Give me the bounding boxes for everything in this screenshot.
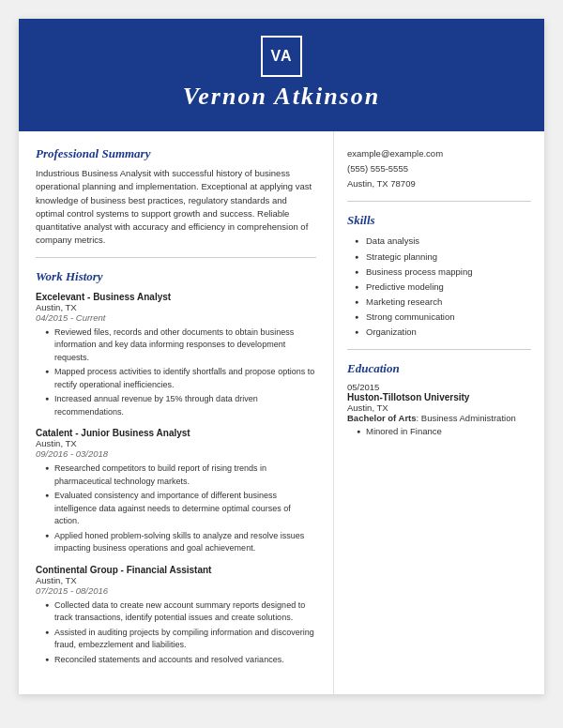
contact-phone: (555) 555-5555 bbox=[347, 161, 531, 176]
list-item: Strong communication bbox=[355, 310, 531, 325]
list-item: Mapped process activities to identify sh… bbox=[45, 366, 316, 391]
job-bullets-0: Reviewed files, records and other docume… bbox=[36, 326, 316, 419]
job-entry-0: Excelevant - Business Analyst Austin, TX… bbox=[36, 292, 316, 419]
job-bullets-1: Researched competitors to build report o… bbox=[36, 463, 316, 555]
job-bullets-2: Collected data to create new account sum… bbox=[36, 599, 316, 667]
job-entry-1: Catalent - Junior Business Analyst Austi… bbox=[36, 428, 316, 555]
summary-text: Industrious Business Analysit with succe… bbox=[36, 167, 316, 248]
education-title: Education bbox=[347, 361, 531, 376]
edu-degree-field: Business Administration bbox=[421, 413, 516, 423]
resume-header: VA Vernon Atkinson bbox=[19, 19, 544, 131]
professional-summary-title: Professional Summary bbox=[36, 146, 316, 161]
work-history-section: Work History Excelevant - Business Analy… bbox=[36, 269, 316, 667]
list-item: Business process mapping bbox=[355, 265, 531, 280]
list-item: Minored in Finance bbox=[357, 426, 531, 436]
list-item: Strategic planning bbox=[355, 250, 531, 265]
contact-email: example@example.com bbox=[347, 146, 531, 161]
job-dates-1: 09/2016 - 03/2018 bbox=[36, 448, 316, 459]
resume-name: Vernon Atkinson bbox=[38, 83, 525, 111]
edu-date: 05/2015 bbox=[347, 382, 531, 392]
edu-degree: Bachelor of Arts: Business Administratio… bbox=[347, 413, 531, 423]
contact-info-section: example@example.com (555) 555-5555 Austi… bbox=[347, 146, 531, 191]
education-entry-0: 05/2015 Huston-Tillotson University Aust… bbox=[347, 382, 531, 436]
education-section: Education 05/2015 Huston-Tillotson Unive… bbox=[347, 361, 531, 436]
list-item: Reconciled statements and accounts and r… bbox=[45, 654, 316, 667]
job-title-0: Excelevant - Business Analyst bbox=[36, 292, 316, 302]
list-item: Reviewed files, records and other docume… bbox=[45, 326, 316, 365]
job-title-1: Catalent - Junior Business Analyst bbox=[36, 428, 316, 438]
job-dates-0: 04/2015 - Current bbox=[36, 312, 316, 323]
resume-document: VA Vernon Atkinson Professional Summary … bbox=[19, 19, 544, 694]
list-item: Predictive modeling bbox=[355, 280, 531, 295]
skills-list: Data analysis Strategic planning Busines… bbox=[347, 234, 531, 340]
right-column: example@example.com (555) 555-5555 Austi… bbox=[334, 131, 544, 694]
edu-location: Austin, TX bbox=[347, 402, 531, 413]
edu-degree-label: Bachelor of Arts bbox=[347, 413, 417, 423]
list-item: Marketing research bbox=[355, 295, 531, 310]
list-item: Collected data to create new account sum… bbox=[45, 599, 316, 625]
work-history-title: Work History bbox=[36, 269, 316, 284]
job-title-2: Continental Group - Financial Assistant bbox=[36, 565, 316, 575]
list-item: Assisted in auditing projects by compili… bbox=[45, 627, 316, 652]
job-location-0: Austin, TX bbox=[36, 302, 316, 312]
list-item: Evaluated consistency and importance of … bbox=[45, 490, 316, 528]
contact-divider bbox=[347, 201, 531, 202]
summary-divider bbox=[36, 257, 316, 258]
skills-section: Skills Data analysis Strategic planning … bbox=[347, 213, 531, 340]
list-item: Data analysis bbox=[355, 234, 531, 249]
job-entry-2: Continental Group - Financial Assistant … bbox=[36, 565, 316, 667]
list-item: Increased annual revenue by 15% through … bbox=[45, 393, 316, 418]
list-item: Applied honed problem-solving skills to … bbox=[45, 530, 316, 555]
job-location-2: Austin, TX bbox=[36, 575, 316, 585]
edu-bullets: Minored in Finance bbox=[347, 426, 531, 436]
job-location-1: Austin, TX bbox=[36, 438, 316, 448]
professional-summary-section: Professional Summary Industrious Busines… bbox=[36, 146, 316, 248]
skills-title: Skills bbox=[347, 213, 531, 228]
edu-school: Huston-Tillotson University bbox=[347, 392, 531, 402]
resume-body: Professional Summary Industrious Busines… bbox=[19, 131, 544, 694]
list-item: Organization bbox=[355, 325, 531, 340]
list-item: Researched competitors to build report o… bbox=[45, 463, 316, 488]
avatar: VA bbox=[261, 36, 302, 77]
skills-divider bbox=[347, 349, 531, 350]
contact-location: Austin, TX 78709 bbox=[347, 176, 531, 191]
job-dates-2: 07/2015 - 08/2016 bbox=[36, 585, 316, 596]
left-column: Professional Summary Industrious Busines… bbox=[19, 131, 334, 694]
